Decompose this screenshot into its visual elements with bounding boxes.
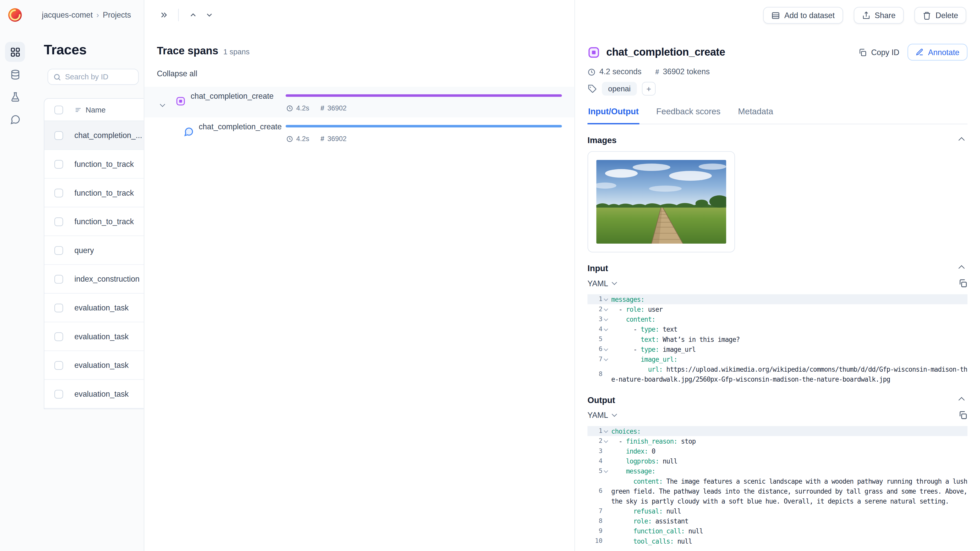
sidebar-item-projects[interactable]: [5, 42, 25, 62]
row-checkbox[interactable]: [54, 217, 63, 226]
span-title: chat_completion_create: [606, 46, 725, 59]
collapse-all-button[interactable]: Collapse all: [157, 69, 197, 78]
trace-name: evaluation_task: [74, 389, 129, 398]
output-section-title: Output: [587, 395, 615, 405]
trace-row[interactable]: function_to_track: [45, 207, 144, 236]
delete-label: Delete: [935, 11, 958, 20]
table-header: Name: [45, 99, 144, 121]
span-tokens: 36902: [328, 135, 347, 142]
previous-trace-button[interactable]: [185, 7, 201, 23]
search-box[interactable]: [48, 68, 139, 85]
span-row[interactable]: chat_completion_create 4.2s # 36902: [145, 87, 574, 118]
code-content: - type: text: [608, 324, 677, 334]
tab-metadata[interactable]: Metadata: [737, 103, 774, 124]
trace-row[interactable]: index_construction: [45, 265, 144, 294]
code-line: 10 tool_calls: null: [587, 536, 967, 546]
row-checkbox[interactable]: [54, 160, 63, 168]
copy-input-button[interactable]: [958, 279, 967, 288]
tag-icon: [587, 84, 597, 94]
breadcrumb: jacques-comet › Projects: [30, 0, 144, 19]
select-all-checkbox[interactable]: [54, 105, 63, 114]
row-checkbox[interactable]: [54, 131, 63, 140]
breadcrumb-section[interactable]: Projects: [103, 11, 131, 19]
chevron-down-icon: [612, 280, 617, 285]
line-number: 4: [587, 324, 608, 334]
code-content: refusal: null: [608, 506, 681, 516]
breadcrumb-workspace[interactable]: jacques-comet: [42, 11, 93, 19]
tab-input-output[interactable]: Input/Output: [587, 103, 639, 124]
comet-logo[interactable]: [7, 7, 23, 23]
sidebar-item-datasets[interactable]: [5, 64, 25, 84]
add-to-dataset-button[interactable]: Add to dataset: [763, 7, 843, 24]
code-content: content: The image features a scenic lan…: [608, 476, 967, 506]
trace-row[interactable]: query: [45, 236, 144, 265]
detail-panel: Add to dataset Share Delete chat_complet…: [574, 0, 980, 551]
search-input[interactable]: [65, 73, 133, 81]
trace-name: function_to_track: [74, 217, 134, 226]
sidebar-item-experiments[interactable]: [5, 87, 25, 106]
code-content: - role: user: [608, 304, 662, 314]
spans-count-badge: 1 spans: [223, 48, 250, 56]
row-checkbox[interactable]: [54, 246, 63, 254]
name-column-header[interactable]: Name: [86, 105, 106, 114]
input-code-block: 1messages:2 - role: user3 content:4 - ty…: [587, 294, 967, 384]
trace-name: function_to_track: [74, 188, 134, 197]
span-duration: 4.2s: [296, 104, 309, 112]
trace-actions: Add to dataset Share Delete: [575, 0, 980, 24]
row-checkbox[interactable]: [54, 332, 63, 341]
code-line: 1messages:: [587, 294, 967, 304]
copy-id-label: Copy ID: [871, 48, 899, 56]
delete-button[interactable]: Delete: [915, 7, 966, 24]
trace-row[interactable]: function_to_track: [45, 150, 144, 179]
llm-span-icon: [176, 96, 186, 106]
share-button[interactable]: Share: [853, 7, 904, 24]
row-checkbox[interactable]: [54, 389, 63, 398]
trace-row[interactable]: evaluation_task: [45, 294, 144, 322]
chevron-down-icon[interactable]: [161, 97, 164, 109]
trace-row[interactable]: evaluation_task: [45, 351, 144, 380]
annotate-button[interactable]: Annotate: [907, 44, 967, 60]
copy-id-button[interactable]: Copy ID: [858, 48, 899, 56]
input-section-title: Input: [587, 263, 608, 273]
trace-row[interactable]: evaluation_task: [45, 380, 144, 409]
next-trace-button[interactable]: [201, 7, 218, 23]
format-select[interactable]: YAML: [587, 279, 616, 287]
row-checkbox[interactable]: [54, 188, 63, 197]
code-content: - type: image_url: [608, 344, 695, 354]
output-section-header: Output: [587, 394, 967, 406]
row-checkbox[interactable]: [54, 303, 63, 312]
line-number: 1: [587, 426, 608, 436]
attachment-image[interactable]: [596, 160, 726, 244]
collapse-output-button[interactable]: [955, 394, 967, 406]
span-duration-bar[interactable]: [286, 94, 562, 97]
output-toolbar: YAML: [587, 410, 967, 420]
tab-feedback-scores[interactable]: Feedback scores: [655, 103, 721, 124]
code-line: 7 refusal: null: [587, 506, 967, 516]
code-content: message:: [608, 466, 655, 476]
span-duration-bar[interactable]: [286, 125, 562, 127]
clock-icon: [587, 68, 596, 76]
line-number: 8: [587, 364, 608, 384]
trace-name: evaluation_task: [74, 303, 129, 312]
column-menu-icon[interactable]: [74, 106, 82, 113]
format-select[interactable]: YAML: [587, 411, 616, 419]
copy-output-button[interactable]: [958, 410, 967, 420]
trace-row[interactable]: function_to_track: [45, 179, 144, 207]
collapse-images-button[interactable]: [955, 134, 967, 146]
code-line: 8 url: https://upload.wikimedia.org/wiki…: [587, 364, 967, 384]
row-checkbox[interactable]: [54, 275, 63, 283]
span-name: chat_completion_create: [191, 92, 274, 100]
line-number: 4: [587, 456, 608, 466]
collapse-input-button[interactable]: [955, 262, 967, 274]
span-row[interactable]: chat_completion_create 4.2s # 36902: [145, 118, 574, 148]
trace-row[interactable]: chat_completion_...: [45, 121, 144, 150]
collapse-sidebar-button[interactable]: [156, 7, 172, 23]
toolbar-divider: [178, 9, 179, 21]
spans-panel: Trace spans 1 spans Collapse all chat_co…: [144, 0, 574, 551]
tag-openai[interactable]: openai: [602, 82, 637, 96]
trace-row[interactable]: evaluation_task: [45, 322, 144, 351]
add-tag-button[interactable]: +: [642, 82, 655, 96]
sidebar-item-feedback[interactable]: [5, 110, 25, 129]
code-line: 7 image_url:: [587, 354, 967, 364]
row-checkbox[interactable]: [54, 361, 63, 369]
